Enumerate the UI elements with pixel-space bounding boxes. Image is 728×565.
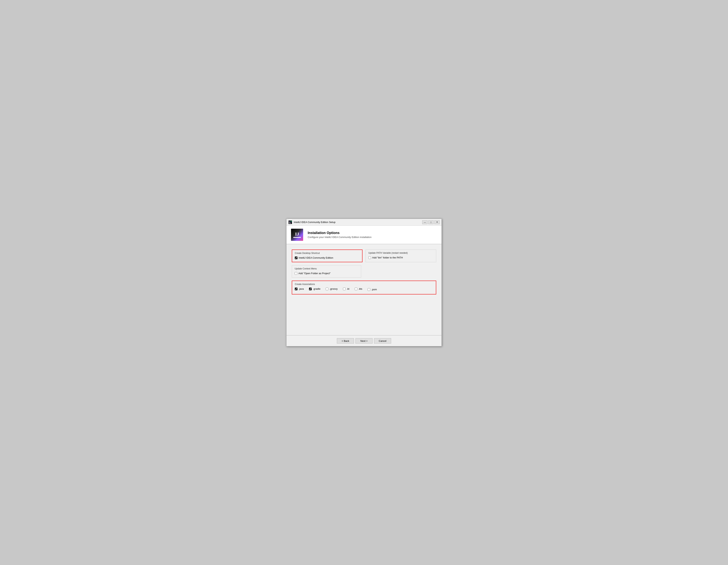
cancel-button[interactable]: Cancel [374, 338, 391, 343]
desktop-shortcut-title: Create Desktop Shortcut [295, 252, 359, 255]
header-text: Installation Options Configure your Inte… [308, 231, 437, 239]
bin-checkbox-label[interactable]: Add "bin" folder to the PATH [372, 256, 403, 259]
app-logo: IJ [291, 229, 303, 241]
kts-checkbox-row: .kts [355, 287, 362, 290]
page-title: Installation Options [308, 231, 437, 235]
folder-checkbox[interactable] [295, 272, 297, 275]
minimize-button[interactable]: — [422, 220, 428, 224]
svg-text:IJ: IJ [289, 221, 290, 223]
gradle-checkbox-row: .gradle [309, 287, 320, 290]
intellij-checkbox-row: IntelliJ IDEA Community Edition [295, 257, 359, 259]
bin-checkbox-row: Add "bin" folder to the PATH [368, 256, 433, 259]
options-row-2: Update Context Menu Add "Open Folder as … [292, 265, 436, 278]
groovy-checkbox-row: .groovy [326, 287, 338, 290]
pom-checkbox-row: .pom [368, 288, 377, 291]
pom-checkbox[interactable] [368, 288, 370, 291]
window-controls: — □ ✕ [422, 220, 440, 224]
back-button[interactable]: < Back [337, 338, 354, 343]
java-checkbox[interactable] [295, 287, 297, 290]
close-button[interactable]: ✕ [434, 220, 440, 224]
groovy-checkbox[interactable] [326, 287, 328, 290]
context-menu-group: Update Context Menu Add "Open Folder as … [292, 265, 361, 278]
kt-checkbox[interactable] [343, 287, 346, 290]
folder-checkbox-label[interactable]: Add "Open Folder as Project" [298, 272, 331, 275]
associations-title: Create Associations [295, 283, 433, 285]
page-subtitle: Configure your IntelliJ IDEA Community E… [308, 236, 437, 239]
kts-checkbox[interactable] [355, 287, 357, 290]
svg-rect-3 [289, 223, 291, 224]
update-path-title: Update PATH Variable (restart needed) [368, 252, 433, 254]
maximize-button[interactable]: □ [428, 220, 434, 224]
setup-window: IJ IntelliJ IDEA Community Edition Setup… [286, 219, 442, 346]
context-menu-title: Update Context Menu [295, 268, 358, 270]
update-path-group: Update PATH Variable (restart needed) Ad… [366, 250, 436, 262]
bin-checkbox[interactable] [368, 257, 371, 259]
associations-group: Create Associations .java .gradle .groov… [292, 281, 436, 294]
window-title: IntelliJ IDEA Community Edition Setup [294, 221, 422, 224]
java-checkbox-label[interactable]: .java [299, 287, 304, 290]
title-bar: IJ IntelliJ IDEA Community Edition Setup… [286, 219, 442, 226]
next-button[interactable]: Next > [355, 338, 373, 343]
gradle-checkbox-label[interactable]: .gradle [313, 287, 320, 290]
pom-checkbox-label[interactable]: .pom [371, 288, 377, 291]
kts-checkbox-label[interactable]: .kts [359, 287, 362, 290]
associations-checkboxes: .java .gradle .groovy .kt .kts [295, 287, 433, 291]
groovy-checkbox-label[interactable]: .groovy [329, 287, 338, 290]
gradle-checkbox[interactable] [309, 287, 312, 290]
java-checkbox-row: .java [295, 287, 304, 290]
logo-underline [293, 237, 301, 238]
desktop-shortcut-group: Create Desktop Shortcut IntelliJ IDEA Co… [292, 250, 362, 262]
logo-text: IJ [295, 232, 299, 236]
intellij-checkbox-label[interactable]: IntelliJ IDEA Community Edition [299, 257, 333, 259]
app-icon: IJ [288, 220, 292, 224]
main-content: Create Desktop Shortcut IntelliJ IDEA Co… [286, 244, 442, 335]
header-area: IJ Installation Options Configure your I… [286, 226, 442, 244]
folder-checkbox-row: Add "Open Folder as Project" [295, 272, 358, 275]
footer: < Back Next > Cancel [286, 335, 442, 346]
kt-checkbox-row: .kt [343, 287, 349, 290]
kt-checkbox-label[interactable]: .kt [347, 287, 349, 290]
intellij-checkbox[interactable] [295, 257, 297, 259]
options-row-1: Create Desktop Shortcut IntelliJ IDEA Co… [292, 250, 436, 262]
